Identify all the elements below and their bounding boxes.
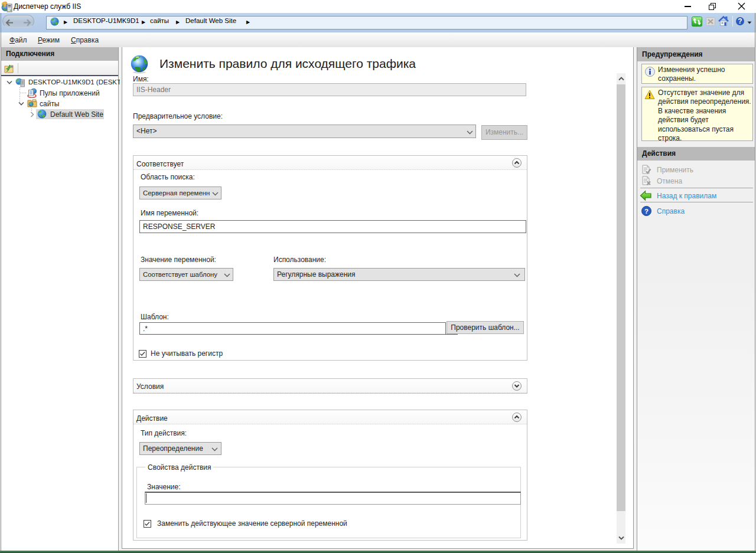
svg-text:?: ? <box>738 17 742 25</box>
svg-text:?: ? <box>644 208 649 215</box>
